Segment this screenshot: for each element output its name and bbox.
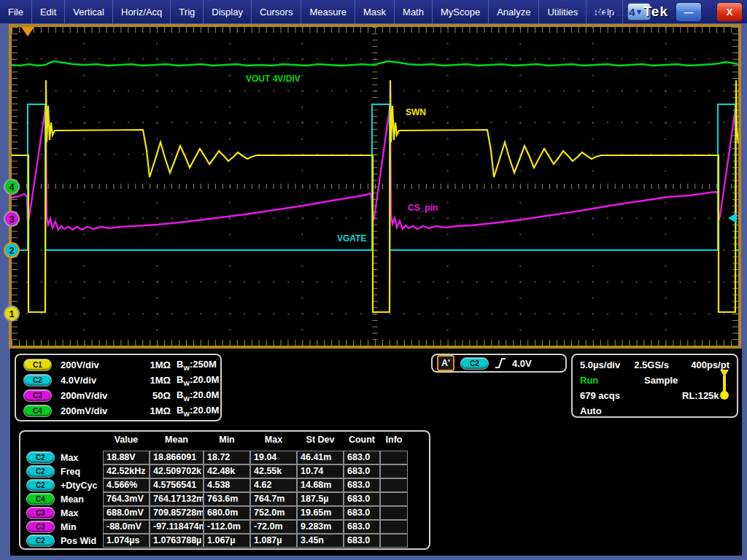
menu-math[interactable]: Math xyxy=(395,0,433,23)
menu-bar: File Edit Vertical Horiz/Acq Trig Displa… xyxy=(0,0,747,23)
rising-edge-icon xyxy=(495,357,506,369)
tek-logo: Tek xyxy=(643,4,668,20)
record-length: RL:125k xyxy=(682,390,719,401)
channel3-marker[interactable]: 3 xyxy=(4,211,20,227)
label-vout: VOUT 4V/DIV xyxy=(246,74,301,84)
channel1-marker[interactable]: 1 xyxy=(4,306,20,322)
trace-c2-vgate xyxy=(12,104,738,250)
column-header-min: Min xyxy=(204,434,250,448)
row-channel-badge: C2 xyxy=(26,534,55,547)
trigger-level: 4.0V xyxy=(512,358,532,369)
channel1-scale: 200V/div xyxy=(61,359,137,370)
label-swn: SWN xyxy=(406,107,426,117)
channel4-scale: 200mV/div xyxy=(61,405,137,416)
trigger-readout-box: A' C2 4.0V xyxy=(431,354,567,373)
menu-utilities[interactable]: Utilities xyxy=(539,0,587,23)
measurement-name: Max xyxy=(61,508,103,518)
measurement-name: +DtyCyc xyxy=(61,481,103,491)
channel3-marker-arrow xyxy=(20,214,26,224)
acquisition-mode: Sample xyxy=(644,375,678,386)
model-label: DPO7104 xyxy=(583,6,636,18)
readout-area: C1 200V/div 1MΩ BW:250M C2 4.0V/div 1MΩ … xyxy=(10,349,742,556)
channel4-marker[interactable]: 4 xyxy=(4,179,20,195)
column-header-mean: Mean xyxy=(150,434,204,448)
waveform-plot[interactable]: VOUT 4V/DIV SWN CS_pin VGATE 4 3 2 1 xyxy=(12,27,738,346)
menu-horiz-acq[interactable]: Horiz/Acq xyxy=(113,0,171,23)
measurement-row: C3 Min -88.0mV -97.118474m -112.0m -72.0… xyxy=(26,520,408,534)
close-button[interactable]: X xyxy=(716,2,743,22)
menu-mask[interactable]: Mask xyxy=(355,0,395,23)
measurement-header-row: Value Mean Min Max St Dev Count Info xyxy=(26,434,408,448)
trigger-level-arrow[interactable] xyxy=(728,213,737,223)
channel4-badge[interactable]: C4 xyxy=(23,405,52,417)
menu-display[interactable]: Display xyxy=(204,0,252,23)
label-cs-pin: CS_pin xyxy=(408,203,438,213)
trace-c4-vout xyxy=(12,61,738,66)
trigger-position-marker[interactable] xyxy=(21,27,34,36)
channel-settings-box: C1 200V/div 1MΩ BW:250M C2 4.0V/div 1MΩ … xyxy=(15,354,222,421)
waveform-window: VOUT 4V/DIV SWN CS_pin VGATE 4 3 2 1 xyxy=(9,24,741,349)
menu-cursors[interactable]: Cursors xyxy=(252,0,302,23)
sample-rate: 2.5GS/s xyxy=(634,359,691,370)
channel2-impedance: 1MΩ xyxy=(137,375,171,386)
channel3-badge[interactable]: C3 xyxy=(23,389,52,402)
graticule-and-traces xyxy=(12,27,738,346)
label-vgate: VGATE xyxy=(337,233,366,244)
channel1-badge[interactable]: C1 xyxy=(23,359,52,371)
timebase-box: 5.0µs/div 2.5GS/s 400ps/pt Run Sample 67… xyxy=(571,354,738,418)
oscilloscope-screen: File Edit Vertical Horiz/Acq Trig Displa… xyxy=(0,0,747,560)
minimize-icon: — xyxy=(684,7,694,18)
channel2-marker[interactable]: 2 xyxy=(4,242,20,258)
column-header-stdev: St Dev xyxy=(297,434,344,448)
measurement-row: C4 Mean 764.3mV 764.17132m 763.6m 764.7m… xyxy=(26,492,408,506)
measurement-name: Mean xyxy=(61,494,103,505)
channel3-bandwidth: BW:20.0M xyxy=(177,389,219,402)
menu-trig[interactable]: Trig xyxy=(171,0,204,23)
run-status: Run xyxy=(580,375,644,386)
channel2-badge[interactable]: C2 xyxy=(23,374,52,386)
row-channel-badge: C3 xyxy=(26,521,55,533)
channel4-impedance: 1MΩ xyxy=(137,405,171,416)
menu-analyze[interactable]: Analyze xyxy=(489,0,539,23)
sample-resolution: 400ps/pt xyxy=(691,359,729,370)
measurement-name: Min xyxy=(61,522,103,532)
channel2-scale: 4.0V/div xyxy=(61,375,137,386)
close-icon: X xyxy=(727,7,733,18)
channel1-marker-arrow xyxy=(20,308,26,319)
measurement-row: C2 +DtyCyc 4.566% 4.5756541 4.538 4.62 1… xyxy=(26,478,408,492)
channel3-impedance: 50Ω xyxy=(137,390,171,401)
row-channel-badge: C3 xyxy=(26,507,55,519)
menu-vertical[interactable]: Vertical xyxy=(65,0,113,23)
column-header-count: Count xyxy=(344,434,380,448)
channel3-scale: 200mV/div xyxy=(61,390,137,401)
titlebar-right: DPO7104 Tek — X xyxy=(583,0,743,23)
menu-edit[interactable]: Edit xyxy=(32,0,65,23)
measurement-row: C3 Max 688.0mV 709.85728m 680.0m 752.0m … xyxy=(26,506,408,520)
minimize-button[interactable]: — xyxy=(676,2,702,22)
channel4-marker-arrow xyxy=(20,182,26,192)
timebase-scale: 5.0µs/div xyxy=(580,359,634,370)
channel4-bandwidth: BW:20.0M xyxy=(177,405,219,418)
thermometer-icon xyxy=(719,370,729,400)
trace-c3-cs-pin xyxy=(12,109,738,230)
trigger-mode-badge: A' xyxy=(437,355,454,371)
row-channel-badge: C2 xyxy=(26,451,55,464)
measurement-row: C2 Pos Wid 1.074µs 1.0763788µ 1.067µ 1.0… xyxy=(26,534,408,548)
measurement-table: Value Mean Min Max St Dev Count Info C2 … xyxy=(19,430,430,550)
trace-c1-swn xyxy=(12,80,738,312)
measurement-row: C2 Max 18.88V 18.866091 18.72 19.04 46.4… xyxy=(26,451,408,464)
row-channel-badge: C2 xyxy=(26,479,55,491)
acquisition-count: 679 acqs xyxy=(580,390,682,401)
menu-measure[interactable]: Measure xyxy=(301,0,355,23)
measurement-name: Freq xyxy=(61,467,103,477)
measurement-name: Pos Wid xyxy=(61,536,103,546)
channel2-bandwidth: BW:20.0M xyxy=(177,374,219,387)
channel1-impedance: 1MΩ xyxy=(137,359,171,370)
menu-myscope[interactable]: MyScope xyxy=(433,0,489,23)
channel2-marker-arrow xyxy=(20,245,26,255)
measurement-row: C2 Freq 42.52kHz 42.509702k 42.48k 42.55… xyxy=(26,464,408,478)
menu-file[interactable]: File xyxy=(0,0,32,23)
trigger-mode-auto: Auto xyxy=(580,405,602,416)
row-channel-badge: C2 xyxy=(26,465,55,478)
column-header-info: Info xyxy=(380,434,408,448)
